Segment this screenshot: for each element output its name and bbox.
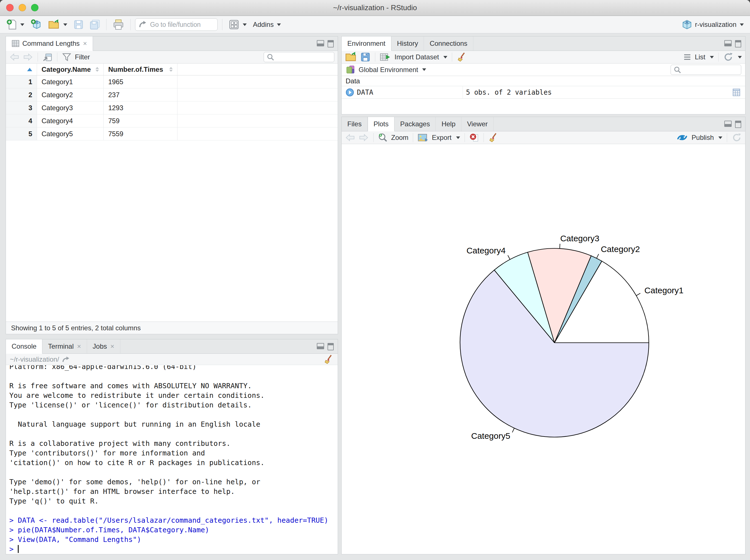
table-header-row: Category.Name Number.of.Times: [6, 64, 338, 76]
goto-directory-icon[interactable]: [62, 356, 71, 363]
console-area[interactable]: Platform: x86_64-apple-darwin15.6.0 (64-…: [6, 365, 338, 554]
filter-funnel-icon: [62, 53, 72, 62]
column-header-number-of-times[interactable]: Number.of.Times: [104, 64, 177, 75]
environment-search-box[interactable]: [671, 65, 741, 75]
console-output-line: Type 'contributors()' for more informati…: [9, 448, 338, 458]
sort-ascending-icon: [27, 68, 32, 71]
clear-plots-icon[interactable]: [488, 133, 498, 143]
tab-plots[interactable]: Plots: [368, 117, 395, 132]
tab-environment[interactable]: Environment: [342, 37, 391, 51]
minimize-pane-icon[interactable]: [724, 40, 732, 46]
remove-plot-icon[interactable]: [469, 133, 479, 142]
minimize-pane-icon[interactable]: [317, 40, 324, 46]
close-button[interactable]: [6, 4, 14, 11]
tab-command-lengths[interactable]: Command Lengths ×: [6, 37, 93, 51]
maximize-pane-icon[interactable]: [328, 40, 334, 47]
clear-console-icon[interactable]: [323, 354, 334, 364]
zoom-plot-button[interactable]: Zoom: [391, 134, 408, 142]
save-button[interactable]: [72, 18, 85, 31]
next-plot-icon[interactable]: [359, 133, 369, 142]
addins-button[interactable]: Addins: [251, 20, 282, 30]
minimize-pane-icon[interactable]: [724, 121, 732, 127]
environment-scope-button[interactable]: Global Environment: [359, 66, 418, 74]
tab-terminal[interactable]: Terminal×: [42, 339, 87, 354]
filter-button[interactable]: Filter: [75, 53, 90, 61]
load-workspace-icon[interactable]: [345, 52, 357, 62]
fullscreen-button[interactable]: [31, 4, 38, 11]
view-object-grid-icon[interactable]: [732, 88, 741, 97]
table-row: 1Category11965: [6, 76, 338, 88]
panes-layout-button[interactable]: [227, 18, 249, 31]
plot-canvas: Category1Category2Category3Category4Cate…: [342, 144, 745, 554]
row-number-cell: 4: [6, 115, 37, 127]
export-plot-button[interactable]: Export: [432, 134, 451, 142]
column-header-category-name[interactable]: Category.Name: [37, 64, 104, 75]
pie-label-Category1: Category1: [644, 286, 683, 295]
source-pane: Command Lengths × Filter Category: [6, 36, 338, 334]
plots-toolbar: Zoom Export Publish: [342, 132, 745, 144]
rstudio-window: ~/r-visualization - RStudio R: [0, 0, 750, 560]
tab-close-icon[interactable]: ×: [110, 342, 114, 351]
new-project-button[interactable]: R: [29, 18, 43, 32]
console-output-line: [9, 372, 338, 381]
import-dataset-button[interactable]: Import Dataset: [395, 53, 439, 61]
environment-object-row[interactable]: DATA5 obs. of 2 variables: [342, 86, 745, 99]
row-number-cell: 5: [6, 127, 37, 140]
table-cell: 1293: [104, 101, 177, 114]
console-output-line: Type 'q()' to quit R.: [9, 496, 338, 506]
maximize-pane-icon[interactable]: [328, 343, 334, 351]
popout-icon[interactable]: [42, 52, 53, 62]
save-workspace-icon[interactable]: [360, 52, 371, 62]
console-input-line: > pie(DATA$Number.of.Times, DATA$Categor…: [9, 525, 338, 535]
addins-label: Addins: [253, 21, 274, 28]
publish-button[interactable]: Publish: [691, 134, 714, 142]
environment-search-input[interactable]: [683, 67, 738, 72]
tab-jobs[interactable]: Jobs×: [87, 339, 120, 354]
open-file-button[interactable]: [46, 18, 69, 31]
viewer-search-input[interactable]: [276, 55, 331, 59]
goto-file-input[interactable]: [150, 21, 214, 28]
title-bar: ~/r-visualization - RStudio: [0, 0, 750, 16]
maximize-pane-icon[interactable]: [735, 121, 741, 128]
console-output-line: R is free software and comes with ABSOLU…: [9, 381, 338, 391]
tab-history[interactable]: History: [391, 37, 424, 51]
tab-files[interactable]: Files: [342, 117, 368, 131]
tab-connections[interactable]: Connections: [424, 37, 473, 51]
print-button[interactable]: [111, 18, 126, 31]
pie-label-Category2: Category2: [601, 244, 640, 254]
refresh-icon[interactable]: [723, 52, 733, 62]
plots-tabstrip: Files Plots Packages Help Viewer: [342, 117, 745, 132]
expand-object-icon[interactable]: [346, 88, 354, 97]
console-prompt-line[interactable]: >: [9, 544, 338, 554]
row-number-cell: 2: [6, 88, 37, 101]
viewer-toolbar: Filter: [6, 51, 338, 64]
clear-environment-icon[interactable]: [457, 52, 467, 62]
tab-label: Command Lengths: [22, 40, 80, 47]
table-cell: [177, 88, 338, 101]
refresh-plots-icon[interactable]: [732, 133, 742, 143]
forward-icon[interactable]: [23, 53, 33, 61]
table-cell: 1965: [104, 76, 177, 88]
maximize-pane-icon[interactable]: [735, 40, 741, 47]
new-file-caret: [20, 23, 24, 26]
rownum-header[interactable]: [6, 64, 37, 75]
minimize-button[interactable]: [19, 4, 26, 11]
tab-viewer[interactable]: Viewer: [461, 117, 494, 131]
goto-file-box[interactable]: [135, 18, 218, 31]
tab-close-icon[interactable]: ×: [83, 40, 87, 47]
new-file-button[interactable]: [4, 18, 26, 32]
back-icon[interactable]: [9, 53, 20, 61]
tab-packages[interactable]: Packages: [395, 117, 436, 131]
minimize-pane-icon[interactable]: [317, 343, 324, 349]
table-cell: 759: [104, 115, 177, 127]
export-plot-icon: [418, 133, 429, 142]
list-view-button[interactable]: List: [695, 53, 705, 61]
tab-console[interactable]: Console: [6, 339, 42, 354]
tab-help[interactable]: Help: [436, 117, 461, 131]
table-cell: [177, 115, 338, 127]
save-all-button[interactable]: [88, 18, 102, 31]
tab-close-icon[interactable]: ×: [77, 342, 81, 351]
viewer-search-box[interactable]: [264, 52, 334, 62]
previous-plot-icon[interactable]: [345, 133, 355, 142]
project-menu-button[interactable]: R r-visualization: [679, 18, 746, 32]
